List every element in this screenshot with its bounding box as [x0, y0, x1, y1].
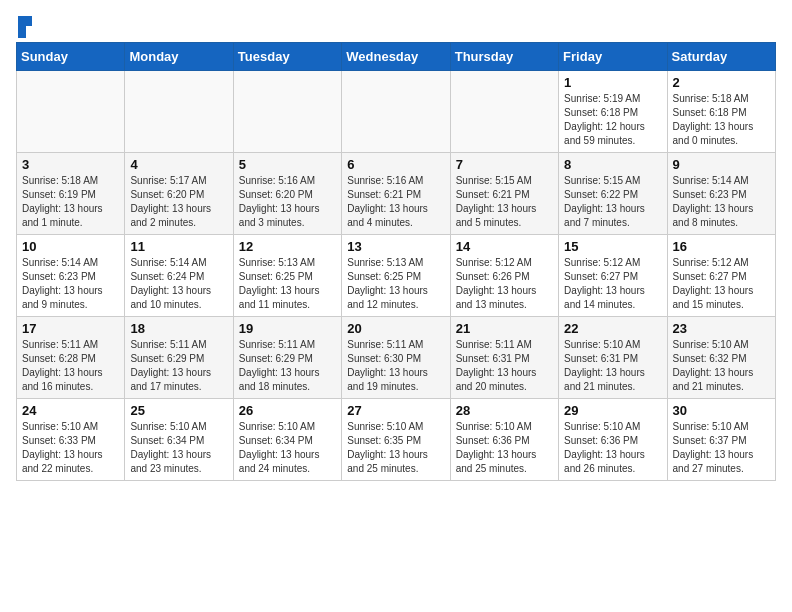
calendar-week-row: 10Sunrise: 5:14 AM Sunset: 6:23 PM Dayli… [17, 235, 776, 317]
day-info: Sunrise: 5:18 AM Sunset: 6:19 PM Dayligh… [22, 174, 119, 230]
calendar-day-cell: 27Sunrise: 5:10 AM Sunset: 6:35 PM Dayli… [342, 399, 450, 481]
day-info: Sunrise: 5:10 AM Sunset: 6:32 PM Dayligh… [673, 338, 770, 394]
day-info: Sunrise: 5:18 AM Sunset: 6:18 PM Dayligh… [673, 92, 770, 148]
calendar-day-cell: 10Sunrise: 5:14 AM Sunset: 6:23 PM Dayli… [17, 235, 125, 317]
calendar-day-cell: 25Sunrise: 5:10 AM Sunset: 6:34 PM Dayli… [125, 399, 233, 481]
calendar-day-cell: 26Sunrise: 5:10 AM Sunset: 6:34 PM Dayli… [233, 399, 341, 481]
calendar-header-row: SundayMondayTuesdayWednesdayThursdayFrid… [17, 43, 776, 71]
day-number: 27 [347, 403, 444, 418]
day-info: Sunrise: 5:12 AM Sunset: 6:27 PM Dayligh… [564, 256, 661, 312]
day-number: 5 [239, 157, 336, 172]
weekday-header-monday: Monday [125, 43, 233, 71]
day-number: 25 [130, 403, 227, 418]
day-number: 20 [347, 321, 444, 336]
calendar-day-cell [233, 71, 341, 153]
calendar-day-cell: 28Sunrise: 5:10 AM Sunset: 6:36 PM Dayli… [450, 399, 558, 481]
calendar-day-cell: 13Sunrise: 5:13 AM Sunset: 6:25 PM Dayli… [342, 235, 450, 317]
day-number: 10 [22, 239, 119, 254]
day-number: 17 [22, 321, 119, 336]
calendar-day-cell [17, 71, 125, 153]
day-info: Sunrise: 5:14 AM Sunset: 6:23 PM Dayligh… [22, 256, 119, 312]
day-number: 7 [456, 157, 553, 172]
day-info: Sunrise: 5:16 AM Sunset: 6:21 PM Dayligh… [347, 174, 444, 230]
calendar-day-cell: 21Sunrise: 5:11 AM Sunset: 6:31 PM Dayli… [450, 317, 558, 399]
calendar-day-cell: 4Sunrise: 5:17 AM Sunset: 6:20 PM Daylig… [125, 153, 233, 235]
calendar-day-cell [450, 71, 558, 153]
day-number: 12 [239, 239, 336, 254]
weekday-header-thursday: Thursday [450, 43, 558, 71]
calendar-day-cell: 19Sunrise: 5:11 AM Sunset: 6:29 PM Dayli… [233, 317, 341, 399]
calendar-day-cell: 7Sunrise: 5:15 AM Sunset: 6:21 PM Daylig… [450, 153, 558, 235]
calendar-day-cell: 8Sunrise: 5:15 AM Sunset: 6:22 PM Daylig… [559, 153, 667, 235]
calendar-week-row: 24Sunrise: 5:10 AM Sunset: 6:33 PM Dayli… [17, 399, 776, 481]
day-number: 3 [22, 157, 119, 172]
weekday-header-saturday: Saturday [667, 43, 775, 71]
day-number: 11 [130, 239, 227, 254]
day-number: 28 [456, 403, 553, 418]
day-number: 13 [347, 239, 444, 254]
calendar-day-cell [342, 71, 450, 153]
weekday-header-tuesday: Tuesday [233, 43, 341, 71]
day-info: Sunrise: 5:14 AM Sunset: 6:24 PM Dayligh… [130, 256, 227, 312]
weekday-header-friday: Friday [559, 43, 667, 71]
calendar-week-row: 1Sunrise: 5:19 AM Sunset: 6:18 PM Daylig… [17, 71, 776, 153]
day-info: Sunrise: 5:10 AM Sunset: 6:35 PM Dayligh… [347, 420, 444, 476]
svg-marker-0 [18, 16, 32, 38]
day-info: Sunrise: 5:17 AM Sunset: 6:20 PM Dayligh… [130, 174, 227, 230]
calendar-day-cell: 9Sunrise: 5:14 AM Sunset: 6:23 PM Daylig… [667, 153, 775, 235]
logo-flag-icon [18, 16, 34, 38]
calendar-day-cell: 16Sunrise: 5:12 AM Sunset: 6:27 PM Dayli… [667, 235, 775, 317]
day-number: 6 [347, 157, 444, 172]
calendar-day-cell: 17Sunrise: 5:11 AM Sunset: 6:28 PM Dayli… [17, 317, 125, 399]
calendar-day-cell: 22Sunrise: 5:10 AM Sunset: 6:31 PM Dayli… [559, 317, 667, 399]
day-number: 9 [673, 157, 770, 172]
calendar-day-cell: 24Sunrise: 5:10 AM Sunset: 6:33 PM Dayli… [17, 399, 125, 481]
day-info: Sunrise: 5:11 AM Sunset: 6:29 PM Dayligh… [130, 338, 227, 394]
calendar-day-cell [125, 71, 233, 153]
day-number: 15 [564, 239, 661, 254]
day-info: Sunrise: 5:11 AM Sunset: 6:31 PM Dayligh… [456, 338, 553, 394]
day-number: 14 [456, 239, 553, 254]
day-info: Sunrise: 5:16 AM Sunset: 6:20 PM Dayligh… [239, 174, 336, 230]
calendar-week-row: 17Sunrise: 5:11 AM Sunset: 6:28 PM Dayli… [17, 317, 776, 399]
day-info: Sunrise: 5:10 AM Sunset: 6:33 PM Dayligh… [22, 420, 119, 476]
day-info: Sunrise: 5:10 AM Sunset: 6:37 PM Dayligh… [673, 420, 770, 476]
calendar-day-cell: 12Sunrise: 5:13 AM Sunset: 6:25 PM Dayli… [233, 235, 341, 317]
day-number: 23 [673, 321, 770, 336]
calendar-day-cell: 2Sunrise: 5:18 AM Sunset: 6:18 PM Daylig… [667, 71, 775, 153]
day-info: Sunrise: 5:11 AM Sunset: 6:28 PM Dayligh… [22, 338, 119, 394]
day-number: 26 [239, 403, 336, 418]
day-info: Sunrise: 5:12 AM Sunset: 6:27 PM Dayligh… [673, 256, 770, 312]
day-info: Sunrise: 5:10 AM Sunset: 6:34 PM Dayligh… [130, 420, 227, 476]
calendar-day-cell: 1Sunrise: 5:19 AM Sunset: 6:18 PM Daylig… [559, 71, 667, 153]
day-number: 24 [22, 403, 119, 418]
day-info: Sunrise: 5:11 AM Sunset: 6:30 PM Dayligh… [347, 338, 444, 394]
calendar-day-cell: 5Sunrise: 5:16 AM Sunset: 6:20 PM Daylig… [233, 153, 341, 235]
logo [16, 16, 34, 34]
day-number: 18 [130, 321, 227, 336]
day-info: Sunrise: 5:10 AM Sunset: 6:36 PM Dayligh… [564, 420, 661, 476]
weekday-header-wednesday: Wednesday [342, 43, 450, 71]
day-info: Sunrise: 5:10 AM Sunset: 6:36 PM Dayligh… [456, 420, 553, 476]
calendar-day-cell: 6Sunrise: 5:16 AM Sunset: 6:21 PM Daylig… [342, 153, 450, 235]
day-info: Sunrise: 5:14 AM Sunset: 6:23 PM Dayligh… [673, 174, 770, 230]
day-info: Sunrise: 5:11 AM Sunset: 6:29 PM Dayligh… [239, 338, 336, 394]
calendar-day-cell: 23Sunrise: 5:10 AM Sunset: 6:32 PM Dayli… [667, 317, 775, 399]
calendar-day-cell: 11Sunrise: 5:14 AM Sunset: 6:24 PM Dayli… [125, 235, 233, 317]
day-info: Sunrise: 5:10 AM Sunset: 6:31 PM Dayligh… [564, 338, 661, 394]
calendar-day-cell: 29Sunrise: 5:10 AM Sunset: 6:36 PM Dayli… [559, 399, 667, 481]
day-number: 30 [673, 403, 770, 418]
day-number: 8 [564, 157, 661, 172]
day-info: Sunrise: 5:13 AM Sunset: 6:25 PM Dayligh… [239, 256, 336, 312]
weekday-header-sunday: Sunday [17, 43, 125, 71]
day-number: 21 [456, 321, 553, 336]
day-info: Sunrise: 5:12 AM Sunset: 6:26 PM Dayligh… [456, 256, 553, 312]
day-number: 1 [564, 75, 661, 90]
calendar-day-cell: 15Sunrise: 5:12 AM Sunset: 6:27 PM Dayli… [559, 235, 667, 317]
day-info: Sunrise: 5:10 AM Sunset: 6:34 PM Dayligh… [239, 420, 336, 476]
day-info: Sunrise: 5:15 AM Sunset: 6:22 PM Dayligh… [564, 174, 661, 230]
calendar-week-row: 3Sunrise: 5:18 AM Sunset: 6:19 PM Daylig… [17, 153, 776, 235]
calendar-day-cell: 18Sunrise: 5:11 AM Sunset: 6:29 PM Dayli… [125, 317, 233, 399]
day-number: 4 [130, 157, 227, 172]
calendar-day-cell: 14Sunrise: 5:12 AM Sunset: 6:26 PM Dayli… [450, 235, 558, 317]
